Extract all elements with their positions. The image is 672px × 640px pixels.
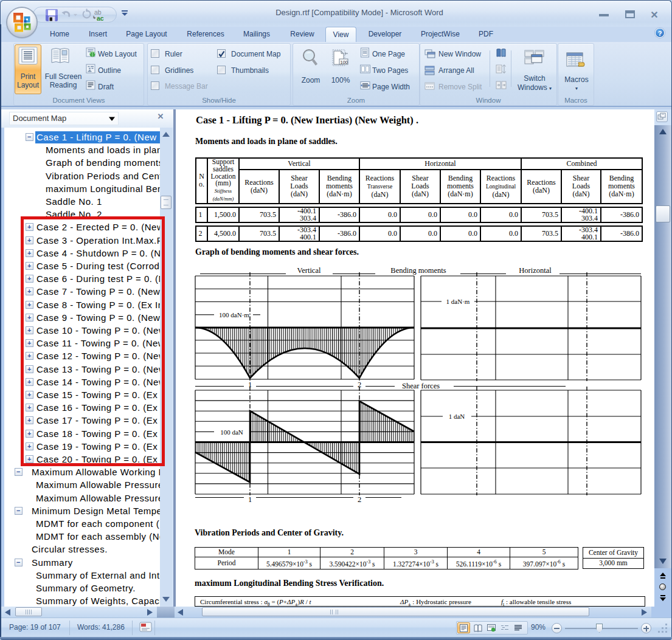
svg-text:1: 1	[248, 495, 252, 504]
svg-text:Horizontal: Horizontal	[519, 266, 552, 275]
svg-text:1 daN: 1 daN	[449, 413, 465, 420]
svg-text:ac: ac	[97, 15, 104, 22]
svg-text:2: 2	[358, 495, 361, 504]
svg-text:1 daN·m: 1 daN·m	[446, 298, 470, 305]
svg-text:100 daN·m: 100 daN·m	[219, 311, 249, 318]
svg-text:100: 100	[341, 60, 348, 65]
svg-text:Vertical: Vertical	[297, 266, 321, 275]
svg-text:Shear forces: Shear forces	[402, 382, 440, 390]
svg-text:Bending moments: Bending moments	[390, 266, 446, 275]
svg-text:100 daN: 100 daN	[220, 428, 243, 436]
